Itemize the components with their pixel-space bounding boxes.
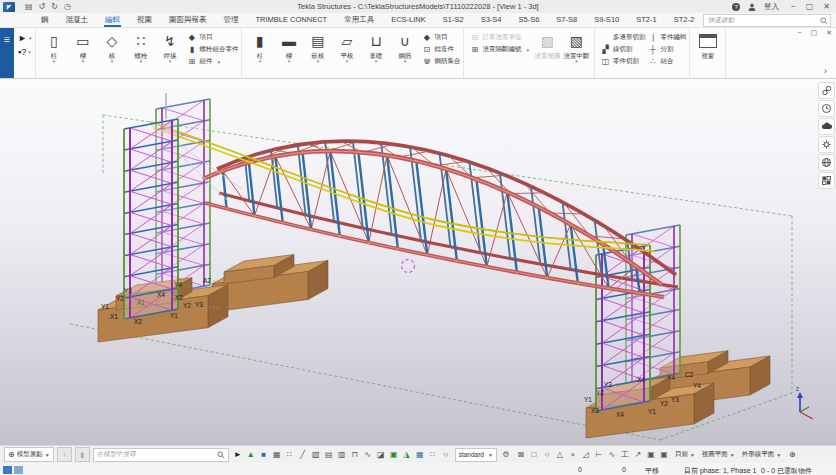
pour-break-number-button[interactable]: ⊞澆置隔斷編號▾	[470, 45, 529, 54]
select-grids-toggle[interactable]: ▥	[336, 449, 348, 461]
snap-perpendicular-toggle[interactable]: ◿	[580, 449, 592, 461]
item-button[interactable]: ◆項目	[187, 33, 238, 42]
tab-鋼[interactable]: 鋼	[40, 14, 50, 27]
app-logo-icon[interactable]: ◤	[3, 2, 15, 12]
tab-ECS-LINK[interactable]: ECS-LINK	[390, 14, 427, 27]
snap-circle-toggle[interactable]: ○	[541, 449, 553, 461]
slab-button[interactable]: ▱平板	[333, 30, 360, 63]
tab-ST2-1[interactable]: ST2-1	[635, 14, 657, 27]
snap-curve-toggle[interactable]: ∿	[606, 449, 618, 461]
view-window-controls[interactable]: −▢✕	[797, 29, 832, 37]
polygon-cut-button[interactable]: 多邊形切割	[601, 33, 646, 42]
line-cut-button[interactable]: ▞線切割	[601, 45, 646, 54]
rebar-set-button[interactable]: ⋓鋼筋集合	[422, 57, 460, 66]
link-button[interactable]	[818, 82, 835, 99]
minimize-button[interactable]: −	[791, 2, 796, 11]
weld-button[interactable]: ↯焊接	[156, 30, 183, 63]
concrete-beam-button[interactable]: ▬樑	[275, 30, 302, 63]
components-button[interactable]	[818, 172, 835, 189]
zoom-original-toggle[interactable]: ○	[440, 449, 452, 461]
select-bolts-toggle[interactable]: ∷	[427, 449, 439, 461]
select-rebar-toggle[interactable]: ◮	[401, 449, 413, 461]
item-button[interactable]: ◆項目	[422, 33, 460, 42]
close-button[interactable]: ✕	[823, 2, 830, 11]
selection-filter-dropdown[interactable]: standard▼	[455, 448, 497, 462]
status-chip2-icon[interactable]	[14, 466, 23, 474]
select-planes-toggle[interactable]: ⊓	[349, 449, 361, 461]
rebar-button[interactable]: ∪鋼筋	[391, 30, 418, 63]
select-lines-toggle[interactable]: ╱	[297, 449, 309, 461]
tab-S5-S6[interactable]: S5-S6	[517, 14, 540, 27]
window-button[interactable]: 視窗	[694, 30, 721, 59]
snap-workplane-toggle[interactable]: 工	[619, 449, 631, 461]
work-plane-origin-button[interactable]: ⊕模型原點▼	[4, 447, 54, 462]
select-all-toggle[interactable]: ►	[232, 449, 244, 461]
select-objects-toggle[interactable]: ■	[258, 449, 270, 461]
model-viewport[interactable]: Y3Y2Y1X1X2A1X4Y4A2X2Y2Y3Y1Y3Y2Y1X3X4Y1Y2…	[0, 79, 836, 445]
ribbon-expand-icon[interactable]: ›	[824, 66, 827, 76]
cast-unit-button[interactable]: ⊡鑄造件	[422, 45, 460, 54]
tab-視圖[interactable]: 視圖	[136, 14, 153, 27]
panel-button[interactable]: ▤嵌板	[304, 30, 331, 63]
tab-常用工具[interactable]: 常用工具	[343, 14, 375, 27]
globe-button[interactable]	[818, 154, 835, 171]
component-button[interactable]: ⊞組件▾	[187, 57, 238, 66]
split-button[interactable]: ┼分割	[648, 45, 686, 54]
target-icon[interactable]: ⊕	[786, 449, 798, 461]
select-filter-green-toggle[interactable]: ▣	[388, 449, 400, 461]
model-search-input[interactable]: 在模型中搜尋	[93, 448, 229, 462]
tab-ST2-2[interactable]: ST2-2	[673, 14, 695, 27]
snap-depth-a-toggle[interactable]: ▣	[645, 449, 657, 461]
steel-column-button[interactable]: ▯柱	[40, 30, 67, 63]
tab-混凝土[interactable]: 混凝土	[65, 14, 90, 27]
snap-depth-b-toggle[interactable]: ▣	[658, 449, 670, 461]
tab-S9-S10[interactable]: S9-S10	[593, 14, 620, 27]
snap-free-toggle[interactable]: □	[528, 449, 540, 461]
snap-midpoint-toggle[interactable]: △	[554, 449, 566, 461]
pour-view-button[interactable]: ▨澆置視圖	[534, 30, 561, 59]
concrete-column-button[interactable]: ▮柱	[246, 30, 273, 63]
select-welds-toggle[interactable]: ∿	[362, 449, 374, 461]
maximize-button[interactable]: ▢	[806, 2, 814, 11]
plane-dropdown-0[interactable]: 目前▼	[673, 450, 697, 459]
settings-icon[interactable]: ⚙	[500, 449, 512, 461]
combine-button[interactable]: ∴結合	[648, 57, 686, 66]
select-points-toggle[interactable]: ∷	[284, 449, 296, 461]
bridge-3d-model[interactable]: Y3Y2Y1X1X2A1X4Y4A2X2Y2Y3Y1Y3Y2Y1X3X4Y1Y2…	[0, 79, 836, 445]
steel-beam-button[interactable]: ▭樑	[69, 30, 96, 63]
snap-intersection-toggle[interactable]: ×	[567, 449, 579, 461]
user-icon[interactable]	[748, 3, 756, 11]
bolted-parts-button[interactable]: ▮螺栓組合零件	[187, 45, 238, 54]
select-components-toggle[interactable]: ▲	[245, 449, 257, 461]
save-icon[interactable]: ▤	[25, 2, 33, 12]
help-icon[interactable]: ?	[732, 3, 740, 11]
select-surfaces-toggle[interactable]: ▤	[323, 449, 335, 461]
footing-button[interactable]: ⊔基礎	[362, 30, 389, 63]
settings-button[interactable]	[818, 136, 835, 153]
undo-icon[interactable]: ↺	[39, 2, 46, 12]
part-cut-button[interactable]: ◫零件切割	[601, 57, 646, 66]
snap-grid-toggle[interactable]: ⊠	[515, 449, 527, 461]
tab-S7-S8[interactable]: S7-S8	[555, 14, 578, 27]
quick-launch-search[interactable]: 快速啟動	[703, 14, 831, 27]
add-plane-button[interactable]: ＋	[57, 447, 72, 462]
tab-圖面與報表[interactable]: 圖面與報表	[168, 14, 208, 27]
plane-dropdown-1[interactable]: 視圖平面▼	[700, 450, 737, 459]
select-pointer-tool[interactable]: ►▾	[18, 33, 31, 43]
history-icon[interactable]: ◷	[64, 2, 71, 12]
cloud-button[interactable]	[818, 118, 835, 135]
snap-direction-toggle[interactable]: ↗	[632, 449, 644, 461]
sign-in-button[interactable]: 登入	[764, 2, 779, 12]
status-chip-icon[interactable]	[3, 466, 12, 474]
part-edit-button[interactable]: ∣零件編輯	[648, 33, 686, 42]
tab-編輯[interactable]: 編輯	[104, 14, 121, 27]
history-button[interactable]	[818, 100, 835, 117]
tab-TRIMBLE CONNECT[interactable]: TRIMBLE CONNECT	[255, 14, 329, 27]
inquire-tool[interactable]: ▪?▾	[18, 47, 31, 57]
select-cuts-toggle[interactable]: ◪	[375, 449, 387, 461]
bolt-button[interactable]: ∷螺栓	[127, 30, 154, 63]
select-loads-toggle[interactable]: ▦	[414, 449, 426, 461]
pour-break-button[interactable]: ▧澆置中斷	[563, 30, 590, 63]
remove-plane-button[interactable]: ▮	[75, 447, 90, 462]
snap-extension-toggle[interactable]: ⊢	[593, 449, 605, 461]
